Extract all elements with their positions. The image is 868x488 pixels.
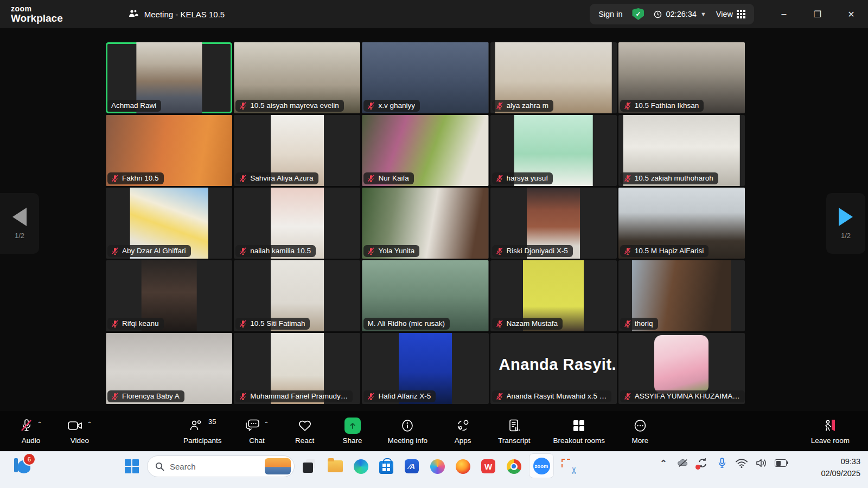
participant-tile[interactable]: Sahvira Aliya Azura [234, 115, 360, 186]
previous-page-button[interactable]: 1/2 [0, 193, 39, 254]
participant-tile[interactable]: thoriq [618, 260, 745, 331]
search-highlight-image[interactable] [265, 458, 291, 474]
participant-tile[interactable]: Achmad Rawi [106, 42, 232, 113]
maximize-button[interactable]: ❐ [801, 0, 834, 28]
participant-tile[interactable]: Hafid Alfariz X-5 [362, 333, 488, 404]
taskbar-app-wps-office[interactable]: W [478, 456, 499, 477]
taskbar-app-edge[interactable] [350, 456, 371, 477]
taskbar-app-snipping-tool[interactable]: ✂ [559, 456, 579, 477]
participant-name-label: Nazam Mustafa [507, 319, 558, 328]
participant-name-label: M. Ali Ridho (mic rusak) [367, 319, 445, 328]
minimize-button[interactable]: – [767, 0, 801, 28]
participant-tile[interactable]: Florencya Baby A [106, 333, 232, 404]
participant-nameplate: Achmad Rawi [107, 100, 161, 112]
leave-room-button[interactable]: Leave room [811, 418, 850, 445]
close-button[interactable]: ✕ [834, 0, 868, 28]
muted-mic-icon [367, 393, 375, 400]
participants-button[interactable]: 35 Participants [183, 418, 222, 445]
participant-tile[interactable]: 10.5 Siti Fatimah [234, 260, 360, 331]
chat-options-caret[interactable]: ⌃ [264, 421, 269, 427]
participant-tile[interactable]: 10.5 Fathian Ikhsan [618, 42, 745, 113]
participant-nameplate: alya zahra m [492, 100, 553, 112]
participant-tile[interactable]: harsya yusuf [490, 115, 617, 186]
taskbar-app-stacked-windows[interactable] [299, 456, 320, 477]
sync-alert-icon[interactable] [697, 457, 709, 469]
tray-chevron-up[interactable]: ⌃ [658, 457, 669, 469]
view-button[interactable]: View [716, 10, 745, 18]
transcript-label: Transcript [498, 436, 531, 445]
transcript-button[interactable]: Transcript [498, 418, 531, 445]
participant-tile[interactable]: Fakhri 10.5 [106, 115, 232, 186]
muted-mic-icon [624, 102, 631, 110]
audio-options-caret[interactable]: ⌃ [37, 421, 42, 427]
participant-tile[interactable]: Nur Kaifa [362, 115, 488, 186]
wifi-icon[interactable] [736, 457, 748, 469]
participant-display-name: Ananda Rasyit... [499, 355, 617, 373]
share-button[interactable]: Share [340, 418, 365, 445]
taskbar-app-microsoft-store[interactable] [376, 456, 397, 477]
taskbar-app-zoom-active[interactable]: zoom [529, 453, 554, 478]
security-shield-icon[interactable]: ✓ [632, 8, 644, 20]
muted-mic-icon [239, 393, 247, 400]
video-button[interactable]: ⌃ Video [67, 418, 92, 445]
meeting-timer[interactable]: 02:26:34 ▼ [654, 10, 706, 18]
participant-tile[interactable]: Muhammad Fariel Pramudy… [234, 333, 360, 404]
volume-icon[interactable] [755, 457, 767, 469]
participant-tile[interactable]: M. Ali Ridho (mic rusak) [362, 260, 488, 331]
taskbar-app-file-explorer[interactable] [325, 456, 346, 477]
participant-tile[interactable]: 10.5 M Hapiz AlFarisi [618, 188, 745, 259]
onedrive-paused-icon[interactable] [677, 457, 689, 469]
leave-room-label: Leave room [811, 436, 850, 445]
participant-tile[interactable]: Nazam Mustafa [490, 260, 617, 331]
participant-tile[interactable]: nailah kamilia 10.5 [234, 188, 360, 259]
meeting-toolbar: ⌃ Audio ⌃ Video 35 [0, 411, 868, 451]
muted-mic-icon [624, 247, 631, 255]
participant-nameplate: 10.5 aisyah mayreva evelin [235, 100, 344, 112]
folder-icon [328, 460, 343, 472]
snipping-tool-icon: ✂ [561, 459, 577, 474]
taskbar-clock[interactable]: 09:33 02/09/2025 [821, 456, 860, 480]
participant-nameplate: thoriq [620, 318, 658, 330]
breakout-rooms-icon [572, 419, 585, 432]
participant-tile[interactable]: ASSYIFA YUMNA KHUZAIMA… [618, 333, 745, 404]
participant-name-label: Fakhri 10.5 [122, 174, 159, 182]
search-box[interactable]: Search [147, 455, 295, 477]
heart-icon [298, 419, 312, 432]
react-label: React [295, 436, 314, 445]
muted-mic-icon [111, 247, 119, 255]
participant-tile[interactable]: Riski Djoniyadi X-5 [490, 188, 617, 259]
meeting-info-button[interactable]: Meeting info [388, 418, 428, 445]
start-button[interactable] [122, 456, 142, 477]
next-page-button[interactable]: 1/2 [826, 193, 865, 254]
participant-tile[interactable]: 10.5 aisyah mayreva evelin [234, 42, 360, 113]
more-button[interactable]: More [628, 418, 653, 445]
breakout-rooms-button[interactable]: Breakout rooms [553, 418, 605, 445]
taskbar-app-firefox[interactable] [452, 456, 473, 477]
participant-tile[interactable]: x.v ghaniyy [362, 42, 488, 113]
meeting-info-label: Meeting info [388, 436, 428, 445]
titlebar: zoom Workplace Meeting - KELAS 10.5 Sign… [0, 0, 868, 28]
sign-in-button[interactable]: Sign in [598, 10, 622, 18]
taskbar-app-chrome[interactable] [503, 456, 524, 477]
audio-button[interactable]: ⌃ Audio [18, 418, 43, 445]
window-controls: – ❐ ✕ [767, 0, 868, 28]
participant-tile[interactable]: Aby Dzar Al Ghiffari [106, 188, 232, 259]
video-options-caret[interactable]: ⌃ [87, 421, 92, 427]
notification-badge: 6 [23, 453, 36, 466]
microphone-tray-icon[interactable] [716, 457, 728, 469]
react-button[interactable]: React [292, 418, 317, 445]
muted-mic-icon [496, 247, 503, 255]
chat-button[interactable]: ⌃ Chat [245, 418, 270, 445]
participant-tile[interactable]: alya zahra m [490, 42, 617, 113]
participant-tile[interactable]: Rifqi keanu [106, 260, 232, 331]
participant-tile[interactable]: 10.5 zakiah muthoharoh [618, 115, 745, 186]
apps-button[interactable]: Apps [450, 418, 475, 445]
widgets-weather-button[interactable]: 6 [13, 455, 37, 477]
more-label: More [632, 436, 649, 445]
participant-tile[interactable]: Yola Yunita [362, 188, 488, 259]
participant-name-label: Ananda Rasyit Muwahid x.5 … [507, 392, 607, 400]
participant-tile[interactable]: Ananda Rasyit... Ananda Rasyit Muwahid x… [490, 333, 617, 404]
battery-icon[interactable] [775, 457, 787, 469]
taskbar-app-blue-a[interactable]: ∕A [401, 456, 422, 477]
taskbar-app-copilot[interactable] [427, 456, 448, 477]
